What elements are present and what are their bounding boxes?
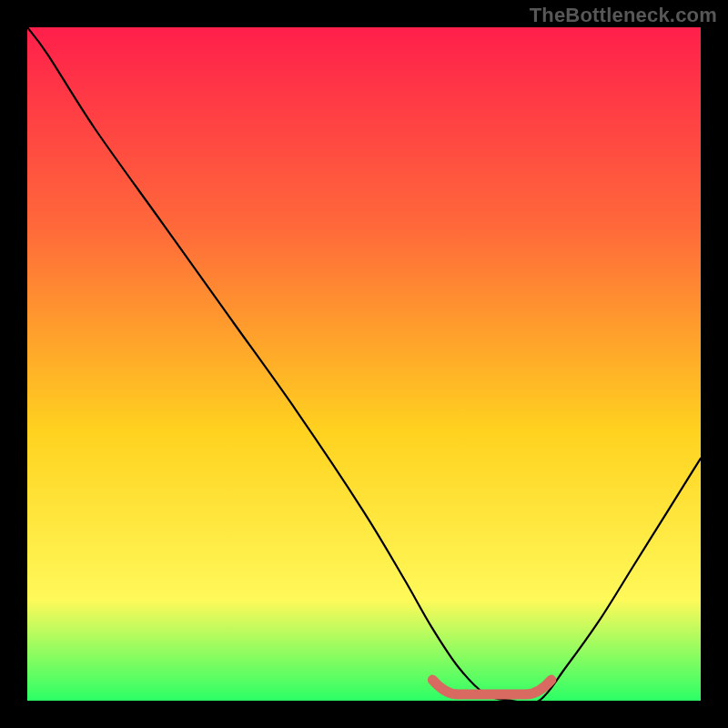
chart-svg bbox=[27, 27, 701, 701]
gradient-background bbox=[27, 27, 701, 701]
watermark-text: TheBottleneck.com bbox=[530, 4, 717, 27]
plot-area bbox=[27, 27, 701, 701]
chart-frame: TheBottleneck.com bbox=[0, 0, 728, 728]
